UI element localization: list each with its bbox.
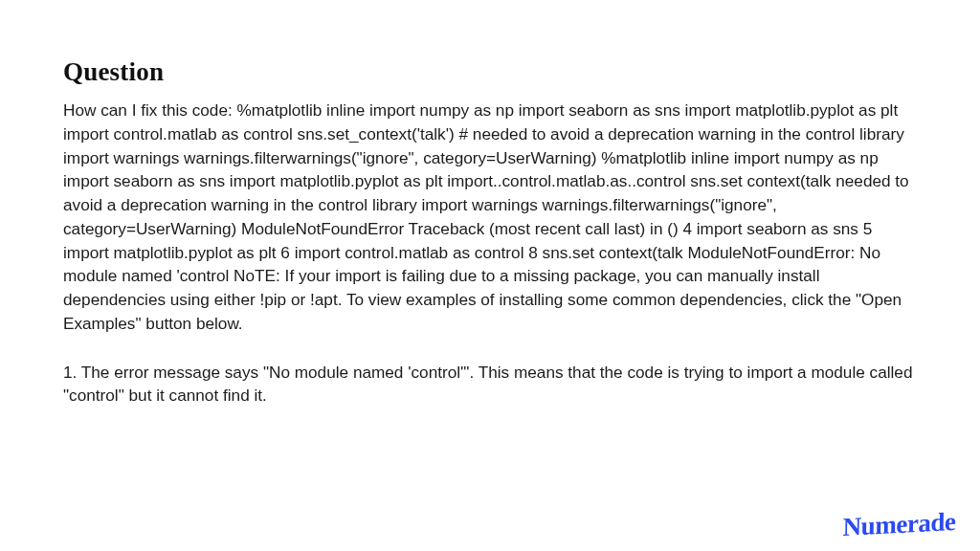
question-heading: Question: [63, 57, 917, 87]
document-page: Question How can I fix this code: %matpl…: [0, 0, 980, 408]
answer-step-1: 1. The error message says "No module nam…: [63, 361, 917, 408]
question-body: How can I fix this code: %matplotlib inl…: [63, 99, 917, 336]
numerade-logo: Numerade: [841, 508, 956, 538]
brand-text: Numerade: [842, 507, 955, 542]
